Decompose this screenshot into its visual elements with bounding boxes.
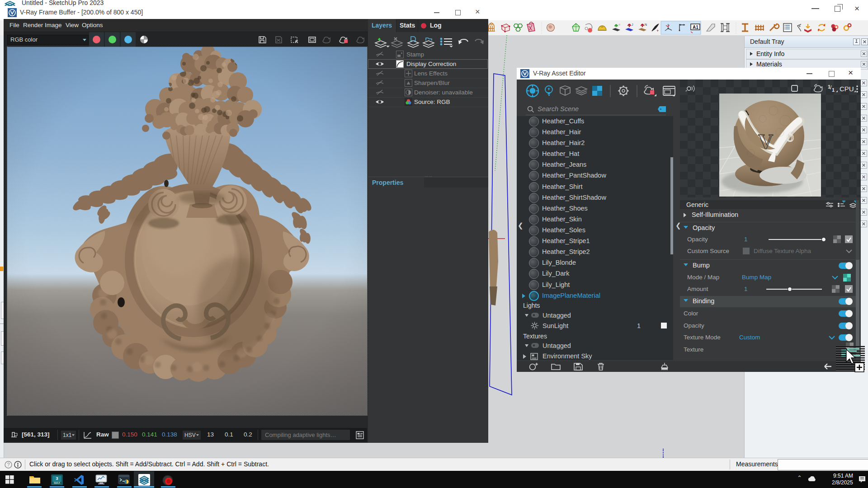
svg-text:V: V	[758, 130, 773, 153]
svg-text:CPU: CPU	[840, 85, 854, 93]
svg-text:o: o	[786, 128, 794, 145]
svg-text:MAX: MAX	[54, 481, 61, 484]
svg-text:?: ?	[7, 462, 9, 467]
svg-text:J: J	[632, 23, 633, 26]
svg-text:3: 3	[56, 476, 58, 481]
svg-text:=: =	[618, 23, 620, 26]
svg-text:1: 1	[832, 87, 835, 93]
svg-text:N: N	[645, 23, 647, 26]
svg-text:A1: A1	[693, 25, 698, 30]
svg-text:+: +	[656, 28, 659, 33]
